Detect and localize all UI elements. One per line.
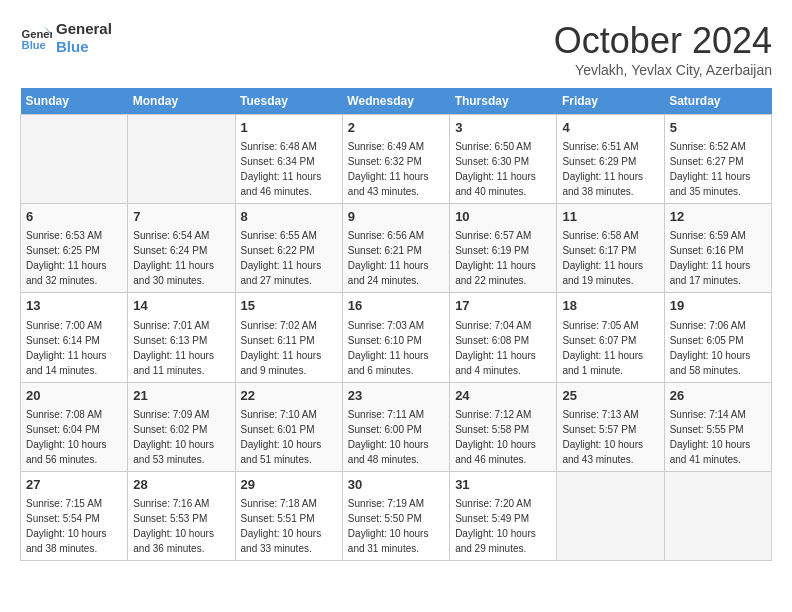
calendar-cell: 10Sunrise: 6:57 AM Sunset: 6:19 PM Dayli… [450, 204, 557, 293]
calendar-cell: 26Sunrise: 7:14 AM Sunset: 5:55 PM Dayli… [664, 382, 771, 471]
day-number: 10 [455, 208, 551, 226]
week-row-3: 20Sunrise: 7:08 AM Sunset: 6:04 PM Dayli… [21, 382, 772, 471]
day-number: 30 [348, 476, 444, 494]
day-info: Sunrise: 7:06 AM Sunset: 6:05 PM Dayligh… [670, 318, 766, 378]
day-info: Sunrise: 7:15 AM Sunset: 5:54 PM Dayligh… [26, 496, 122, 556]
day-info: Sunrise: 7:03 AM Sunset: 6:10 PM Dayligh… [348, 318, 444, 378]
day-number: 19 [670, 297, 766, 315]
day-info: Sunrise: 6:56 AM Sunset: 6:21 PM Dayligh… [348, 228, 444, 288]
day-number: 24 [455, 387, 551, 405]
day-number: 11 [562, 208, 658, 226]
calendar-cell [128, 115, 235, 204]
day-number: 23 [348, 387, 444, 405]
calendar-cell: 7Sunrise: 6:54 AM Sunset: 6:24 PM Daylig… [128, 204, 235, 293]
day-number: 1 [241, 119, 337, 137]
calendar-cell: 16Sunrise: 7:03 AM Sunset: 6:10 PM Dayli… [342, 293, 449, 382]
calendar-cell [21, 115, 128, 204]
day-info: Sunrise: 7:09 AM Sunset: 6:02 PM Dayligh… [133, 407, 229, 467]
day-number: 15 [241, 297, 337, 315]
calendar-cell: 18Sunrise: 7:05 AM Sunset: 6:07 PM Dayli… [557, 293, 664, 382]
calendar-cell: 30Sunrise: 7:19 AM Sunset: 5:50 PM Dayli… [342, 471, 449, 560]
calendar-cell: 28Sunrise: 7:16 AM Sunset: 5:53 PM Dayli… [128, 471, 235, 560]
calendar-cell: 9Sunrise: 6:56 AM Sunset: 6:21 PM Daylig… [342, 204, 449, 293]
day-info: Sunrise: 7:01 AM Sunset: 6:13 PM Dayligh… [133, 318, 229, 378]
calendar-cell: 23Sunrise: 7:11 AM Sunset: 6:00 PM Dayli… [342, 382, 449, 471]
logo-blue: Blue [56, 38, 112, 56]
day-number: 6 [26, 208, 122, 226]
day-info: Sunrise: 7:05 AM Sunset: 6:07 PM Dayligh… [562, 318, 658, 378]
day-info: Sunrise: 6:55 AM Sunset: 6:22 PM Dayligh… [241, 228, 337, 288]
day-info: Sunrise: 7:04 AM Sunset: 6:08 PM Dayligh… [455, 318, 551, 378]
header-tuesday: Tuesday [235, 88, 342, 115]
calendar-cell: 20Sunrise: 7:08 AM Sunset: 6:04 PM Dayli… [21, 382, 128, 471]
calendar-cell: 21Sunrise: 7:09 AM Sunset: 6:02 PM Dayli… [128, 382, 235, 471]
day-number: 25 [562, 387, 658, 405]
calendar-cell: 22Sunrise: 7:10 AM Sunset: 6:01 PM Dayli… [235, 382, 342, 471]
calendar-cell: 25Sunrise: 7:13 AM Sunset: 5:57 PM Dayli… [557, 382, 664, 471]
calendar-cell: 27Sunrise: 7:15 AM Sunset: 5:54 PM Dayli… [21, 471, 128, 560]
day-number: 7 [133, 208, 229, 226]
day-info: Sunrise: 7:12 AM Sunset: 5:58 PM Dayligh… [455, 407, 551, 467]
svg-text:Blue: Blue [22, 39, 46, 51]
day-info: Sunrise: 7:08 AM Sunset: 6:04 PM Dayligh… [26, 407, 122, 467]
day-number: 3 [455, 119, 551, 137]
month-title: October 2024 [554, 20, 772, 62]
header-saturday: Saturday [664, 88, 771, 115]
calendar-cell: 3Sunrise: 6:50 AM Sunset: 6:30 PM Daylig… [450, 115, 557, 204]
logo: General Blue General Blue [20, 20, 112, 56]
day-info: Sunrise: 6:54 AM Sunset: 6:24 PM Dayligh… [133, 228, 229, 288]
calendar-cell [664, 471, 771, 560]
day-info: Sunrise: 7:19 AM Sunset: 5:50 PM Dayligh… [348, 496, 444, 556]
day-info: Sunrise: 7:13 AM Sunset: 5:57 PM Dayligh… [562, 407, 658, 467]
day-info: Sunrise: 6:57 AM Sunset: 6:19 PM Dayligh… [455, 228, 551, 288]
day-number: 17 [455, 297, 551, 315]
calendar-cell: 5Sunrise: 6:52 AM Sunset: 6:27 PM Daylig… [664, 115, 771, 204]
week-row-2: 13Sunrise: 7:00 AM Sunset: 6:14 PM Dayli… [21, 293, 772, 382]
day-info: Sunrise: 6:53 AM Sunset: 6:25 PM Dayligh… [26, 228, 122, 288]
day-number: 29 [241, 476, 337, 494]
day-number: 8 [241, 208, 337, 226]
week-row-4: 27Sunrise: 7:15 AM Sunset: 5:54 PM Dayli… [21, 471, 772, 560]
calendar-cell: 6Sunrise: 6:53 AM Sunset: 6:25 PM Daylig… [21, 204, 128, 293]
day-info: Sunrise: 7:16 AM Sunset: 5:53 PM Dayligh… [133, 496, 229, 556]
logo-general: General [56, 20, 112, 38]
day-number: 18 [562, 297, 658, 315]
day-number: 5 [670, 119, 766, 137]
day-number: 12 [670, 208, 766, 226]
day-info: Sunrise: 6:50 AM Sunset: 6:30 PM Dayligh… [455, 139, 551, 199]
day-number: 26 [670, 387, 766, 405]
calendar-cell: 13Sunrise: 7:00 AM Sunset: 6:14 PM Dayli… [21, 293, 128, 382]
day-info: Sunrise: 6:48 AM Sunset: 6:34 PM Dayligh… [241, 139, 337, 199]
calendar-header: SundayMondayTuesdayWednesdayThursdayFrid… [21, 88, 772, 115]
calendar-cell: 12Sunrise: 6:59 AM Sunset: 6:16 PM Dayli… [664, 204, 771, 293]
day-number: 2 [348, 119, 444, 137]
calendar-cell [557, 471, 664, 560]
week-row-0: 1Sunrise: 6:48 AM Sunset: 6:34 PM Daylig… [21, 115, 772, 204]
calendar-cell: 15Sunrise: 7:02 AM Sunset: 6:11 PM Dayli… [235, 293, 342, 382]
day-info: Sunrise: 7:00 AM Sunset: 6:14 PM Dayligh… [26, 318, 122, 378]
calendar-body: 1Sunrise: 6:48 AM Sunset: 6:34 PM Daylig… [21, 115, 772, 561]
calendar-cell: 2Sunrise: 6:49 AM Sunset: 6:32 PM Daylig… [342, 115, 449, 204]
day-info: Sunrise: 7:20 AM Sunset: 5:49 PM Dayligh… [455, 496, 551, 556]
calendar-cell: 24Sunrise: 7:12 AM Sunset: 5:58 PM Dayli… [450, 382, 557, 471]
day-number: 27 [26, 476, 122, 494]
title-block: October 2024 Yevlakh, Yevlax City, Azerb… [554, 20, 772, 78]
calendar-cell: 29Sunrise: 7:18 AM Sunset: 5:51 PM Dayli… [235, 471, 342, 560]
header-wednesday: Wednesday [342, 88, 449, 115]
page-header: General Blue General Blue October 2024 Y… [20, 20, 772, 78]
header-thursday: Thursday [450, 88, 557, 115]
day-info: Sunrise: 7:11 AM Sunset: 6:00 PM Dayligh… [348, 407, 444, 467]
day-info: Sunrise: 6:52 AM Sunset: 6:27 PM Dayligh… [670, 139, 766, 199]
calendar-cell: 31Sunrise: 7:20 AM Sunset: 5:49 PM Dayli… [450, 471, 557, 560]
day-number: 14 [133, 297, 229, 315]
day-info: Sunrise: 7:02 AM Sunset: 6:11 PM Dayligh… [241, 318, 337, 378]
day-info: Sunrise: 6:58 AM Sunset: 6:17 PM Dayligh… [562, 228, 658, 288]
week-row-1: 6Sunrise: 6:53 AM Sunset: 6:25 PM Daylig… [21, 204, 772, 293]
calendar-cell: 17Sunrise: 7:04 AM Sunset: 6:08 PM Dayli… [450, 293, 557, 382]
logo-icon: General Blue [20, 22, 52, 54]
day-number: 13 [26, 297, 122, 315]
day-info: Sunrise: 6:51 AM Sunset: 6:29 PM Dayligh… [562, 139, 658, 199]
day-info: Sunrise: 7:18 AM Sunset: 5:51 PM Dayligh… [241, 496, 337, 556]
day-info: Sunrise: 7:10 AM Sunset: 6:01 PM Dayligh… [241, 407, 337, 467]
header-friday: Friday [557, 88, 664, 115]
